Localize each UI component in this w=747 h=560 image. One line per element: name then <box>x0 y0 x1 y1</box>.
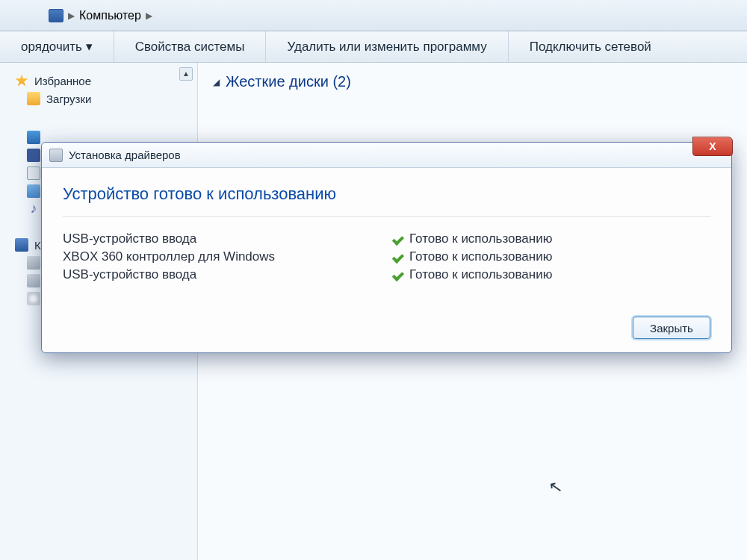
map-network-drive-button[interactable]: Подключить сетевой <box>508 31 672 62</box>
breadcrumb-location[interactable]: Компьютер <box>79 9 141 22</box>
device-row: USB-устройство ввода Готово к использова… <box>63 266 710 284</box>
organize-menu[interactable]: орядочить ▾ <box>0 31 114 62</box>
breadcrumb[interactable]: ▶ Компьютер ▶ <box>49 9 152 22</box>
system-properties-button[interactable]: Свойства системы <box>114 31 266 62</box>
dialog-title: Установка драйверов <box>69 149 181 161</box>
toolbar: орядочить ▾ Свойства системы Удалить или… <box>0 31 747 63</box>
device-name: USB-устройство ввода <box>63 231 391 246</box>
close-dialog-button[interactable]: Закрыть <box>633 317 710 339</box>
section-hard-drives[interactable]: ◢ Жесткие диски (2) <box>213 73 732 90</box>
sidebar-item-label: Загрузки <box>46 93 91 105</box>
device-row: USB-устройство ввода Готово к использова… <box>63 230 710 248</box>
collapse-icon: ◢ <box>213 77 220 87</box>
dialog-body: Устройство готово к использованию USB-ус… <box>42 168 731 352</box>
document-icon <box>27 167 40 180</box>
star-icon <box>15 74 28 87</box>
check-icon <box>391 250 405 264</box>
chevron-right-icon: ▶ <box>146 10 152 21</box>
driver-install-dialog: Установка драйверов X Устройство готово … <box>41 142 732 353</box>
device-name: USB-устройство ввода <box>63 267 391 282</box>
folder-icon <box>27 92 40 105</box>
dialog-heading: Устройство готово к использованию <box>63 184 710 217</box>
drive-icon <box>27 274 40 287</box>
sidebar-item-downloads[interactable]: Загрузки <box>0 90 197 108</box>
check-icon <box>391 232 405 246</box>
installer-icon <box>49 149 63 162</box>
video-icon <box>27 149 40 162</box>
scroll-up-icon[interactable]: ▲ <box>179 67 193 81</box>
libraries-icon <box>27 131 40 144</box>
device-status: Готово к использованию <box>409 249 552 264</box>
close-button[interactable]: X <box>692 137 733 156</box>
sidebar-item-label: Избранное <box>34 75 91 87</box>
check-icon <box>391 268 405 281</box>
sidebar-item-favorites[interactable]: Избранное <box>0 72 197 90</box>
uninstall-program-button[interactable]: Удалить или изменить программу <box>265 31 507 62</box>
device-name: XBOX 360 контроллер для Windows <box>63 249 391 264</box>
close-icon: X <box>709 140 716 152</box>
address-bar: ▶ Компьютер ▶ <box>0 0 747 31</box>
device-status: Готово к использованию <box>409 231 552 246</box>
drive-icon <box>27 256 40 270</box>
device-status: Готово к использованию <box>409 267 552 282</box>
picture-icon <box>27 184 40 198</box>
section-title: Жесткие диски (2) <box>226 73 351 90</box>
disc-icon <box>27 292 40 305</box>
computer-icon <box>49 9 63 22</box>
device-row: XBOX 360 контроллер для Windows Готово к… <box>63 248 710 266</box>
computer-icon <box>15 238 28 252</box>
chevron-right-icon: ▶ <box>68 10 75 21</box>
music-icon: ♪ <box>27 202 40 216</box>
dialog-titlebar[interactable]: Установка драйверов X <box>42 143 731 168</box>
